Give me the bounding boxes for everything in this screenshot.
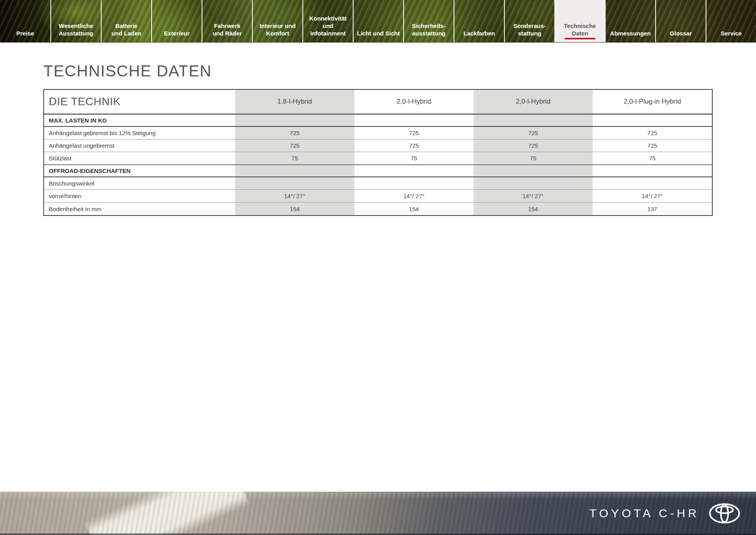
nav-tab-label: TechnischeDaten <box>564 22 596 37</box>
table-row: Anhängelast ungebremst725725725725 <box>44 139 712 152</box>
toyota-logo-icon <box>709 503 740 524</box>
cell-value: 154 <box>235 202 354 215</box>
cell-value <box>474 177 593 189</box>
table-row: Stützlast75757575 <box>44 152 712 165</box>
nav-tab-label: Batterieund Laden <box>111 22 141 37</box>
table-row: vorne/hinten14°/ 27°14°/ 27°14°/ 27°14°/… <box>44 190 712 202</box>
cell-value: 137 <box>593 202 712 215</box>
column-header-1-8-l-hybrid: 1,8-l-Hybrid <box>235 90 354 113</box>
active-tab-underline <box>565 38 595 39</box>
cell-value: 725 <box>593 139 712 152</box>
row-label: Bodenfreiheit in mm <box>44 202 235 215</box>
nav-tab-fahrwerk-und-raeder[interactable]: Fahrwerkund Räder <box>202 0 252 42</box>
row-label: MAX. LASTEN IN KG <box>44 115 235 126</box>
cell-value: 14°/ 27° <box>593 190 712 202</box>
nav-tab-batterie-und-laden[interactable]: Batterieund Laden <box>101 0 151 42</box>
nav-tab-glossar[interactable]: Glossar <box>655 0 706 42</box>
nav-tab-service[interactable]: Service <box>706 0 756 42</box>
cell-value: 154 <box>354 202 474 215</box>
nav-tab-label: Abmessungen <box>610 30 650 37</box>
nav-tab-preise[interactable]: Preise <box>0 0 50 42</box>
footer-brand: TOYOTA C-HR <box>589 492 740 535</box>
table-row: Böschungswinkel <box>44 177 712 190</box>
cell-value: 75 <box>474 152 593 164</box>
row-label: vorne/hinten <box>44 190 235 202</box>
nav-tab-label: Lackfarben <box>463 30 495 37</box>
nav-tab-sicherheitsausstattung[interactable]: Sicherheits-ausstattung <box>403 0 454 42</box>
cell-value: 75 <box>593 152 712 164</box>
cell-value: 75 <box>235 152 354 164</box>
main-content: TECHNISCHE DATEN DIE TECHNIK 1,8-l-Hybri… <box>0 43 756 216</box>
nav-tab-label: Fahrwerkund Räder <box>213 22 242 37</box>
cell-value: 725 <box>593 127 712 139</box>
cell-value <box>593 115 712 126</box>
column-header-2-0-l-hybrid: 2,0-l-Hybrid <box>354 90 474 113</box>
cell-value: 75 <box>354 152 474 164</box>
table-header-row: DIE TECHNIK 1,8-l-Hybrid 2,0-l-Hybrid 2,… <box>44 90 712 114</box>
footer-banner: TOYOTA C-HR <box>0 492 756 535</box>
nav-tab-label: Sonderaus-stattung <box>513 22 546 37</box>
cell-value: 725 <box>354 127 474 139</box>
nav-tab-wesentliche-ausstattung[interactable]: WesentlicheAusstattung <box>50 0 101 42</box>
table-section-row: OFFROAD-EIGENSCHAFTEN <box>44 165 712 177</box>
row-label: OFFROAD-EIGENSCHAFTEN <box>44 165 235 176</box>
spec-table: DIE TECHNIK 1,8-l-Hybrid 2,0-l-Hybrid 2,… <box>43 89 713 216</box>
nav-tab-lackfarben[interactable]: Lackfarben <box>454 0 504 42</box>
cell-value <box>474 115 593 126</box>
nav-tab-label: KonnektivitätundInfotainment <box>309 15 346 37</box>
nav-tab-label: Service <box>721 30 741 37</box>
nav-tab-label: Licht und Sicht <box>357 30 400 37</box>
top-navigation: PreiseWesentlicheAusstattungBatterieund … <box>0 0 756 43</box>
page: PreiseWesentlicheAusstattungBatterieund … <box>0 0 756 535</box>
column-header-2-0-l-hybrid-2: 2,0-l-Hybrid <box>474 90 593 113</box>
cell-value <box>354 115 474 126</box>
nav-tab-list: PreiseWesentlicheAusstattungBatterieund … <box>0 0 756 42</box>
cell-value: 725 <box>354 139 474 152</box>
cell-value: 725 <box>474 139 593 152</box>
cell-value <box>235 115 354 126</box>
cell-value <box>474 165 593 176</box>
table-section-row: MAX. LASTEN IN KG <box>44 114 712 127</box>
road-lane-stripe <box>85 492 250 535</box>
nav-tab-interieur-und-komfort[interactable]: Interieur undKomfort <box>252 0 302 42</box>
nav-tab-sonderausstattung[interactable]: Sonderaus-stattung <box>504 0 554 42</box>
table-body: MAX. LASTEN IN KGAnhängelast gebremst bi… <box>44 114 712 215</box>
nav-tab-label: Exterieur <box>164 30 189 37</box>
cell-value <box>235 177 354 189</box>
row-label: Stützlast <box>44 152 235 164</box>
nav-tab-label: Interieur undKomfort <box>259 22 296 37</box>
cell-value <box>235 165 354 176</box>
cell-value: 725 <box>235 139 354 152</box>
nav-tab-konnektivitaet-und-infotainment[interactable]: KonnektivitätundInfotainment <box>302 0 353 42</box>
cell-value: 725 <box>235 127 354 139</box>
cell-value <box>593 177 712 189</box>
cell-value: 14°/ 27° <box>235 190 354 202</box>
nav-tab-exterieur[interactable]: Exterieur <box>151 0 202 42</box>
cell-value: 154 <box>474 202 593 215</box>
table-row: Anhängelast gebremst bis 12% Steigung725… <box>44 127 712 139</box>
cell-value <box>354 177 474 189</box>
row-label: Anhängelast gebremst bis 12% Steigung <box>44 127 235 139</box>
nav-tab-label: WesentlicheAusstattung <box>59 22 93 37</box>
page-title: TECHNISCHE DATEN <box>43 61 713 80</box>
cell-value <box>593 165 712 176</box>
nav-tab-label: Glossar <box>670 30 692 37</box>
row-label: Böschungswinkel <box>44 177 235 189</box>
cell-value: 725 <box>474 127 593 139</box>
cell-value: 14°/ 27° <box>354 190 474 202</box>
nav-tab-licht-und-sicht[interactable]: Licht und Sicht <box>353 0 403 42</box>
table-title: DIE TECHNIK <box>44 90 235 113</box>
nav-tab-technische-daten[interactable]: TechnischeDaten <box>554 0 605 42</box>
cell-value: 14°/ 27° <box>474 190 593 202</box>
nav-tab-label: Preise <box>16 30 34 37</box>
cell-value <box>354 165 474 176</box>
column-header-2-0-l-plug-in-hybrid: 2,0-l-Plug-in Hybrid <box>593 90 712 113</box>
nav-tab-label: Sicherheits-ausstattung <box>412 22 446 37</box>
table-row: Bodenfreiheit in mm154154154137 <box>44 202 712 215</box>
brand-text: TOYOTA C-HR <box>589 507 699 520</box>
nav-tab-abmessungen[interactable]: Abmessungen <box>605 0 655 42</box>
row-label: Anhängelast ungebremst <box>44 139 235 152</box>
